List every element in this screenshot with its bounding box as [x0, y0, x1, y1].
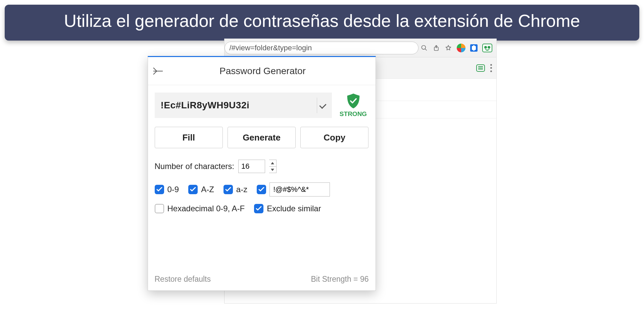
check-digits[interactable]: 0-9 — [155, 185, 179, 194]
url-text: /#view=folder&type=login — [230, 44, 312, 52]
share-icon[interactable] — [433, 44, 440, 52]
triangle-up-icon — [271, 162, 274, 164]
button-row: Fill Generate Copy — [155, 127, 369, 148]
more-menu-icon[interactable] — [490, 64, 492, 72]
check-symbols[interactable] — [257, 182, 330, 197]
password-generator-popup: Password Generator !Ec#LiR8yWH9U32i STRO… — [148, 56, 376, 291]
numchars-label: Number of characters: — [155, 162, 234, 171]
generated-password: !Ec#LiR8yWH9U32i — [161, 100, 317, 111]
copy-button[interactable]: Copy — [300, 127, 368, 148]
password-row: !Ec#LiR8yWH9U32i STRONG — [155, 93, 369, 118]
spinner-up[interactable] — [269, 160, 276, 167]
checkbox-icon — [155, 204, 164, 213]
check-exclude-similar[interactable]: Exclude similar — [254, 204, 321, 213]
omnibox-icons — [420, 44, 492, 52]
checkbox-icon — [257, 185, 266, 194]
banner: Utiliza el generador de contraseñas desd… — [5, 5, 639, 41]
check-label: Hexadecimal 0-9, A-F — [167, 204, 245, 213]
spinner-down[interactable] — [269, 167, 276, 173]
numchars-input[interactable] — [238, 160, 265, 173]
checkbox-icon — [155, 185, 164, 194]
popup-footer: Restore defaults Bit Strength = 96 — [148, 275, 376, 290]
extension-icon-2[interactable] — [470, 44, 478, 52]
checkbox-icon — [188, 185, 198, 194]
popup-title: Password Generator — [155, 66, 370, 76]
checkbox-icon — [224, 185, 233, 194]
browser-omnibox-strip: /#view=folder&type=login — [224, 39, 497, 57]
options: Number of characters: 0-9 A-Z — [155, 160, 369, 221]
check-label: Exclude similar — [267, 204, 321, 213]
bit-strength-label: Bit Strength = 96 — [311, 275, 369, 284]
check-label: a-z — [236, 185, 247, 194]
extension-roboform-icon[interactable] — [482, 44, 492, 52]
charset-row: 0-9 A-Z a-z — [155, 182, 369, 197]
generate-button[interactable]: Generate — [228, 127, 296, 148]
triangle-down-icon — [271, 169, 274, 171]
check-lower[interactable]: a-z — [224, 185, 247, 194]
popup-header: Password Generator — [148, 57, 376, 85]
stage: /#view=folder&type=login rch RoboForm — [148, 39, 497, 304]
strength-indicator: STRONG — [338, 93, 369, 118]
back-icon[interactable] — [153, 71, 163, 71]
check-label: 0-9 — [167, 185, 179, 194]
divider — [317, 98, 317, 113]
symbols-input[interactable] — [269, 182, 330, 197]
checkbox-icon — [254, 204, 263, 213]
strength-label: STRONG — [340, 110, 367, 118]
shield-check-icon — [346, 93, 361, 109]
star-icon[interactable] — [445, 44, 452, 52]
numchars-row: Number of characters: — [155, 160, 369, 173]
check-hex[interactable]: Hexadecimal 0-9, A-F — [155, 204, 245, 213]
check-upper[interactable]: A-Z — [188, 185, 214, 194]
extra-row: Hexadecimal 0-9, A-F Exclude similar — [155, 204, 369, 213]
password-box: !Ec#LiR8yWH9U32i — [155, 93, 332, 118]
search-icon[interactable] — [420, 44, 428, 52]
svg-point-0 — [422, 45, 426, 49]
svg-line-1 — [425, 49, 427, 50]
url-bar[interactable]: /#view=folder&type=login — [225, 42, 418, 54]
numchars-spinner[interactable] — [269, 160, 277, 173]
restore-defaults-link[interactable]: Restore defaults — [155, 275, 211, 284]
fill-button[interactable]: Fill — [155, 127, 223, 148]
extension-icon-1[interactable] — [457, 44, 465, 52]
check-label: A-Z — [201, 185, 214, 194]
fill-form-icon[interactable] — [476, 64, 485, 72]
chevron-down-icon[interactable] — [319, 102, 326, 109]
